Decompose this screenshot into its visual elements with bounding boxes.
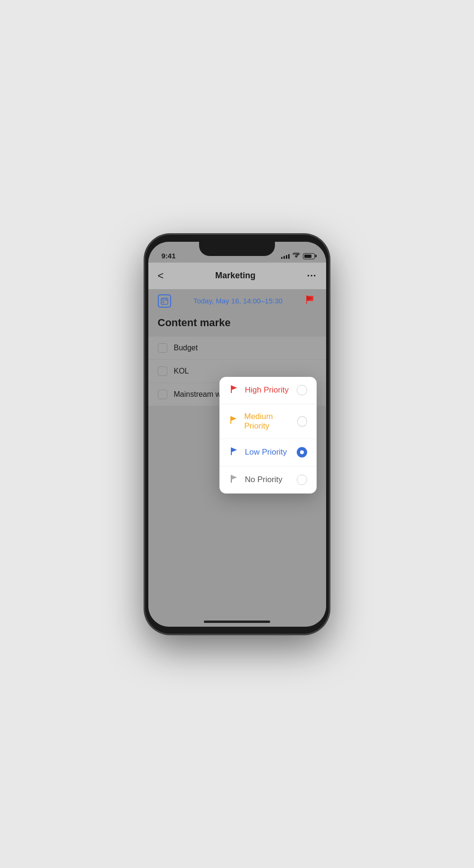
date-text: Today, May 16, 14:00–15:30 xyxy=(171,297,305,305)
page-title: Marketing xyxy=(215,271,255,281)
priority-dropdown: High Priority Medium Priority xyxy=(219,377,317,493)
phone-screen: 9:41 xyxy=(148,242,326,627)
task-label-2: KOL xyxy=(174,367,189,375)
svg-rect-4 xyxy=(163,302,164,303)
priority-label-low: Low Priority xyxy=(245,448,287,457)
flag-low-icon xyxy=(229,447,239,458)
svg-marker-13 xyxy=(231,448,237,452)
svg-rect-0 xyxy=(161,298,168,304)
priority-label-high: High Priority xyxy=(245,385,289,395)
battery-icon xyxy=(303,253,315,259)
signal-bars-icon xyxy=(281,253,290,259)
svg-marker-11 xyxy=(231,416,237,421)
date-bar: Today, May 16, 14:00–15:30 xyxy=(148,289,326,313)
status-icons xyxy=(281,253,315,260)
home-indicator xyxy=(204,621,270,623)
flag-none-icon xyxy=(229,474,239,486)
task-checkbox-1[interactable] xyxy=(158,343,167,353)
task-checkbox-2[interactable] xyxy=(158,366,167,376)
notch xyxy=(199,242,275,256)
wifi-icon xyxy=(292,253,300,260)
back-button[interactable]: < xyxy=(158,270,164,282)
svg-marker-9 xyxy=(231,385,237,390)
task-section-title: Content marke xyxy=(158,317,231,329)
more-button[interactable]: ··· xyxy=(307,270,317,281)
task-item[interactable]: Budget xyxy=(148,337,326,359)
flag-high-icon xyxy=(229,384,239,396)
radio-high[interactable] xyxy=(297,385,307,395)
priority-item-low[interactable]: Low Priority xyxy=(219,439,317,466)
task-label-1: Budget xyxy=(174,344,198,352)
status-time: 9:41 xyxy=(162,252,176,260)
nav-bar: < Marketing ··· xyxy=(148,263,326,289)
app-content: 9:41 xyxy=(148,242,326,627)
flag-medium-icon xyxy=(229,415,239,427)
calendar-icon xyxy=(158,294,171,308)
priority-label-none: No Priority xyxy=(245,475,283,484)
radio-low[interactable] xyxy=(297,447,307,457)
priority-item-medium[interactable]: Medium Priority xyxy=(219,404,317,439)
svg-marker-15 xyxy=(231,475,237,480)
task-checkbox-3[interactable] xyxy=(158,390,167,399)
priority-item-high[interactable]: High Priority xyxy=(219,377,317,404)
flag-red-icon[interactable] xyxy=(305,294,317,308)
phone-frame: 9:41 xyxy=(145,234,329,634)
priority-item-none[interactable]: No Priority xyxy=(219,466,317,493)
task-label-3: Mainstream w xyxy=(174,390,221,399)
radio-medium[interactable] xyxy=(297,416,307,427)
radio-none[interactable] xyxy=(297,475,307,485)
priority-label-medium: Medium Priority xyxy=(244,412,297,431)
